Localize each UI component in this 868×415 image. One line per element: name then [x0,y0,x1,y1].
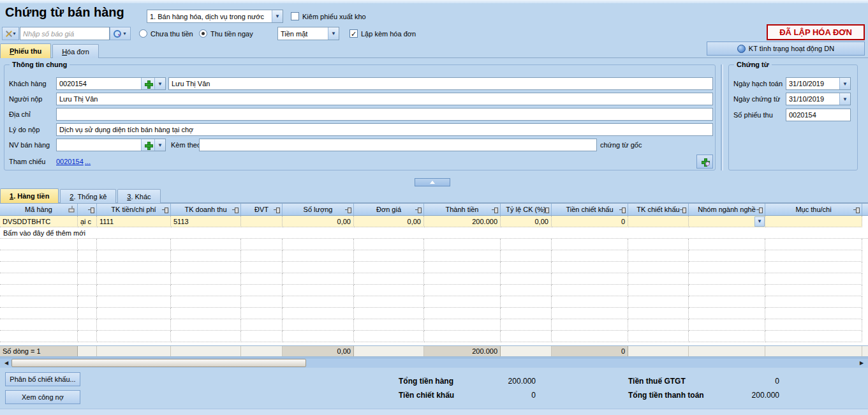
payer-field[interactable] [56,93,713,105]
grid-cell[interactable]: ▼ [689,216,765,227]
grid-cell[interactable]: 5113 [171,216,241,227]
horizontal-scrollbar[interactable]: ◀ ▶ [0,358,868,368]
pin-icon[interactable] [492,207,498,213]
chevron-down-icon[interactable]: ▼ [154,139,165,151]
chevron-down-icon[interactable]: ▼ [328,27,339,40]
grid-cell [628,285,689,296]
pin-icon[interactable] [162,207,168,213]
pin-icon[interactable] [274,207,280,213]
chevron-down-icon[interactable]: ▼ [154,78,165,89]
grid-cell[interactable]: ại c [78,216,97,227]
add-customer-button[interactable] [141,78,154,89]
add-new-row[interactable]: Bấm vào đây để thêm mới [0,227,868,239]
chevron-down-icon[interactable]: ▼ [839,93,850,105]
pin-icon[interactable] [70,206,75,213]
reference-more-link[interactable]: ... [85,155,91,168]
chevron-down-icon[interactable]: ▼ [754,216,765,227]
tab-phieu-thu[interactable]: Phiếu thu [0,43,51,58]
search-button[interactable]: ▼ [110,27,131,40]
tools-menu-button[interactable]: ▼ [2,27,19,40]
customer-code-combo[interactable]: ▼ [56,77,166,90]
grid-column-header[interactable] [78,204,97,215]
grid-cell[interactable]: 0 [552,216,628,227]
grid-column-header[interactable]: Thành tiền [424,204,501,215]
reason-field[interactable] [56,123,713,136]
grid-column-header[interactable]: Mã hàng [0,204,78,215]
grid-cell[interactable]: 0,00 [283,216,354,227]
pin-icon[interactable] [415,207,422,213]
grid-cell[interactable]: 0,00 [501,216,552,227]
grid-column-header[interactable]: Số lượng [283,204,354,215]
add-salesman-button[interactable] [141,139,154,151]
pin-icon[interactable] [680,207,686,213]
pin-icon[interactable] [88,207,94,213]
grid-cell[interactable]: 200.000 [424,216,501,227]
payment-method-dropdown[interactable]: Tiền mặt ▼ [277,27,339,40]
add-search-button[interactable] [696,155,713,169]
grid-cell[interactable] [628,216,689,227]
total-goods-value: 200.000 [466,377,536,386]
tab-khac[interactable]: 3. Khác [117,189,160,203]
lap-kem-hoa-don-checkbox[interactable]: ✓ Lập kèm hóa đơn [349,27,416,40]
grid-cell[interactable]: 0,00 [354,216,424,227]
grid-column-header[interactable]: ĐVT [241,204,283,215]
pin-icon[interactable] [345,207,351,213]
grid-cell[interactable]: DVSDDTBHTC [0,216,78,227]
scrollbar-thumb[interactable] [11,359,306,367]
pin-icon[interactable] [232,207,239,213]
collapse-splitter-button[interactable] [415,178,450,186]
kt-status-button[interactable]: KT tình trạng hoạt động DN [707,42,865,56]
pin-icon[interactable] [756,207,763,213]
address-field[interactable] [56,108,713,121]
grid-cell[interactable] [765,216,862,227]
tab-hoa-don[interactable]: Hóa đơn [52,44,99,58]
radio-thu-tien-ngay[interactable]: Thu tiền ngay [199,27,253,40]
attachment-field[interactable] [199,139,597,151]
globe-icon [737,45,746,53]
allocate-discount-button[interactable]: Phân bổ chiết khấu... [5,372,80,386]
posting-date-picker[interactable]: 31/10/2019 ▼ [786,77,851,90]
customer-code-input[interactable] [57,78,141,89]
grid-column-header[interactable]: Mục thu/chi [765,204,862,215]
grid-cell[interactable] [241,216,283,227]
grid-column-header[interactable]: TK chiết khấu [628,204,689,215]
radio-selected-icon[interactable] [199,29,207,38]
pin-icon[interactable] [853,207,860,213]
doc-date-picker[interactable]: 31/10/2019 ▼ [786,93,851,105]
grid-cell-value: 0 [621,218,625,225]
customer-name-field[interactable] [168,77,713,90]
chevron-down-icon[interactable]: ▼ [839,78,850,89]
grid-column-label: Đơn giá [376,206,401,213]
grid-column-header[interactable]: Tỷ lệ CK (%) [501,204,552,215]
grid-cell[interactable]: 1111 [97,216,171,227]
tab-hang-tien[interactable]: 1. Hàng tiền [0,188,59,203]
radio-chua-thu-tien[interactable]: Chưa thu tiền [139,27,193,40]
grid-cell [501,331,552,342]
view-debt-button[interactable]: Xem công nợ [5,390,80,404]
doc-type-dropdown[interactable]: 1. Bán hàng hóa, dịch vụ trong nước ▼ [147,10,283,23]
grid-column-header[interactable]: Nhóm ngành nghề [689,204,765,215]
grid-column-header[interactable]: Đơn giá [354,204,424,215]
pin-icon[interactable] [543,207,549,213]
chevron-down-icon[interactable]: ▼ [272,10,283,22]
salesman-input[interactable] [57,139,141,151]
table-row[interactable]: DVSDDTBHTCại c111151130,000,00200.0000,0… [0,216,868,227]
radio-unselected-icon[interactable] [139,29,147,38]
vertical-splitter[interactable] [721,64,722,170]
grid-column-header[interactable]: TK tiền/chi phí [97,204,171,215]
scroll-right-arrow-icon[interactable]: ▶ [857,358,867,368]
receipt-no-field[interactable] [786,109,851,121]
pin-icon[interactable] [619,207,626,213]
doc-type-value: 1. Bán hàng hóa, dịch vụ trong nước [147,10,272,22]
grid-cell [97,273,171,285]
tab-thong-ke[interactable]: 2. Thống kê [60,189,116,203]
kiem-phieu-checkbox[interactable]: Kiêm phiếu xuất kho [291,10,366,23]
checkbox-checked-icon[interactable]: ✓ [349,29,358,38]
salesman-combo[interactable]: ▼ [56,139,166,151]
reference-link[interactable]: 0020154 [56,155,84,168]
checkbox-unchecked-icon[interactable] [291,12,299,20]
scroll-left-arrow-icon[interactable]: ◀ [1,358,11,368]
grid-column-header[interactable]: Tiền chiết khấu [552,204,628,215]
grid-column-header[interactable]: TK doanh thu [171,204,241,215]
quote-number-input[interactable] [20,27,110,40]
